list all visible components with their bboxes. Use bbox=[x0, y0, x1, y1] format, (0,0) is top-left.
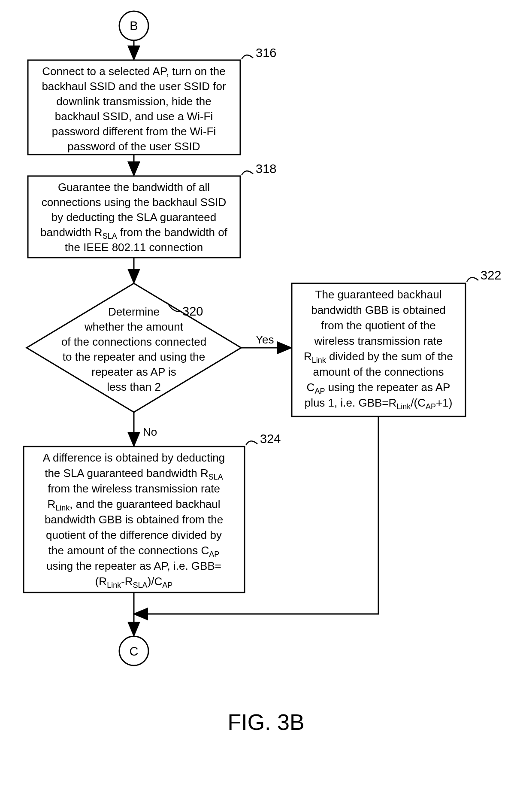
box322-label: 322 bbox=[481, 268, 501, 282]
decision320-line1: Determine bbox=[108, 305, 160, 318]
box322-line6: amount of the connections bbox=[313, 365, 444, 378]
box316-line2: backhaul SSID and the user SSID for bbox=[42, 80, 226, 93]
decision320-line6: less than 2 bbox=[107, 380, 161, 393]
box322-line2: bandwidth GBB is obtained bbox=[311, 304, 446, 316]
decision320-line2: whether the amount bbox=[84, 320, 184, 333]
box316-line5: password different from the Wi-Fi bbox=[52, 125, 216, 138]
flowchart-diagram: B Connect to a selected AP, turn on the … bbox=[0, 0, 532, 799]
box322-line1: The guaranteed backhaul bbox=[315, 288, 442, 301]
decision-yes-label: Yes bbox=[256, 333, 274, 346]
box316-line6: password of the user SSID bbox=[67, 140, 200, 153]
box318-line4: bandwidth RSLA from the bandwidth of bbox=[40, 226, 228, 240]
box324-line1: A difference is obtained by deducting bbox=[43, 451, 225, 464]
box318-line1: Guarantee the bandwidth of all bbox=[58, 181, 210, 194]
decision320-line4: to the repeater and using the bbox=[63, 350, 205, 363]
box324-line7: the amount of the connections CAP bbox=[48, 544, 219, 559]
box318-line3: by deducting the SLA guaranteed bbox=[51, 211, 217, 224]
box324-line5: bandwidth GBB is obtained from the bbox=[45, 513, 223, 526]
box324-label: 324 bbox=[260, 432, 281, 446]
box316-line3: downlink transmission, hide the bbox=[56, 95, 211, 108]
decision320-line3: of the connections connected bbox=[61, 335, 206, 348]
box322-line7: CAP using the repeater as AP bbox=[307, 381, 450, 395]
box318-label: 318 bbox=[256, 162, 276, 176]
box318-line2: connections using the backhaul SSID bbox=[42, 196, 227, 209]
figure-label: FIG. 3B bbox=[227, 710, 304, 735]
box322-line5: RLink divided by the sum of the bbox=[304, 350, 453, 365]
decision-no-label: No bbox=[143, 425, 157, 438]
box324-line2: the SLA guaranteed bandwidth RSLA bbox=[45, 467, 223, 481]
box316-line1: Connect to a selected AP, turn on the bbox=[42, 65, 225, 78]
box322-line4: wireless transmission rate bbox=[314, 334, 442, 347]
box318-line5: the IEEE 802.11 connection bbox=[65, 241, 203, 254]
box322-line3: from the quotient of the bbox=[321, 319, 435, 332]
connector-b-label: B bbox=[130, 19, 138, 33]
connector-c-label: C bbox=[130, 644, 139, 658]
decision320-label: 320 bbox=[182, 304, 203, 318]
decision320-line5: repeater as AP is bbox=[91, 365, 176, 378]
box324-line6: quotient of the difference divided by bbox=[46, 529, 222, 541]
box316-label: 316 bbox=[256, 46, 276, 60]
box316-line4: backhaul SSID, and use a Wi-Fi bbox=[55, 110, 213, 123]
box324-line3: from the wireless transmission rate bbox=[48, 482, 220, 495]
box324-line8: using the repeater as AP, i.e. GBB= bbox=[46, 559, 221, 572]
box324-line4: RLink, and the guaranteed backhaul bbox=[47, 498, 220, 512]
